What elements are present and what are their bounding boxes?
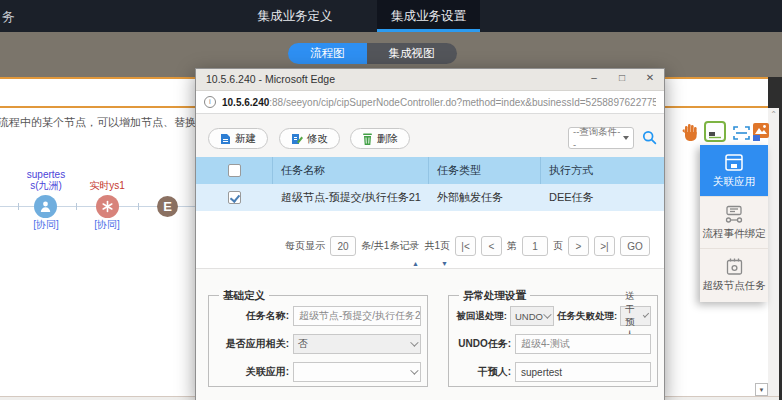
maximize-button[interactable]: □ bbox=[616, 72, 628, 83]
related-app-select[interactable] bbox=[293, 362, 421, 382]
view-toggle: 流程图 集成视图 bbox=[288, 43, 457, 64]
row-checkbox[interactable] bbox=[228, 191, 241, 204]
query-condition-select[interactable]: --查询条件-- bbox=[568, 127, 634, 149]
delete-button-label: 删除 bbox=[377, 132, 398, 146]
related-app-row: 关联应用: bbox=[215, 362, 421, 382]
workflow-node-person[interactable] bbox=[34, 195, 57, 218]
prev-page-button[interactable]: < bbox=[481, 236, 502, 256]
trash-icon bbox=[362, 133, 373, 145]
fit-screen-button[interactable] bbox=[704, 121, 726, 142]
minimize-button[interactable]: – bbox=[588, 72, 600, 83]
workflow-node-end[interactable]: E bbox=[157, 196, 178, 217]
app-related-select[interactable]: 否 bbox=[293, 334, 421, 354]
flow-connector-tick bbox=[18, 203, 19, 210]
fail-handle-label: 任务失败处理: bbox=[557, 310, 617, 323]
query-condition-value: --查询条件-- bbox=[573, 126, 623, 150]
tab-integration-business-definition[interactable]: 集成业务定义 bbox=[240, 0, 350, 32]
export-image-button[interactable] bbox=[752, 122, 770, 145]
pagination-bar: 每页显示 20 条/共1条记录 共1页 |< < 第 1 页 > >| GO bbox=[196, 233, 664, 259]
url-host: 10.5.6.240 bbox=[222, 97, 269, 108]
first-page-button[interactable]: |< bbox=[455, 236, 476, 256]
column-header-task-type[interactable]: 任务类型 bbox=[429, 157, 541, 184]
workflow-node-trigger[interactable] bbox=[96, 195, 119, 218]
node2-label: 实时ys1 bbox=[76, 181, 138, 191]
total-pages-label: 共1页 bbox=[424, 239, 450, 253]
splitter-up-icon[interactable]: ▲ bbox=[412, 260, 419, 268]
top-nav-bar: 务 集成业务定义 集成业务设置 bbox=[0, 0, 782, 32]
popup-toolbar: 新建 修改 删除 --查询条件-- bbox=[196, 114, 664, 157]
clipped-nav-text: 务 bbox=[2, 8, 15, 26]
edge-popup-window: 10.5.6.240 - Microsoft Edge – □ ✕ i 10.5… bbox=[195, 68, 665, 400]
go-button[interactable]: GO bbox=[620, 236, 650, 256]
selection-marquee-button[interactable] bbox=[732, 125, 751, 145]
undo-task-input[interactable]: 超级4-测试 bbox=[515, 334, 651, 354]
flow-connector-tick bbox=[76, 203, 77, 210]
node1-label-line2: s(九洲) bbox=[15, 181, 77, 191]
url-path: :88/seeyon/cip/cipSuperNodeController.do… bbox=[269, 97, 656, 108]
next-page-button[interactable]: > bbox=[568, 236, 589, 256]
column-header-task-name[interactable]: 任务名称 bbox=[273, 157, 429, 184]
detail-form-area: 基础定义 任务名称: 超级节点-预提交/执行任务21 是否应用相关: 否 关联应… bbox=[196, 269, 664, 400]
popup-title-bar[interactable]: 10.5.6.240 - Microsoft Edge – □ ✕ bbox=[196, 69, 664, 91]
fail-handle-select[interactable]: 送干预人 bbox=[620, 306, 651, 326]
image-icon bbox=[752, 122, 770, 141]
new-document-icon bbox=[220, 133, 231, 145]
undo-task-row: UNDO任务: 超级4-测试 bbox=[455, 334, 651, 354]
page-prefix-label: 第 bbox=[507, 239, 517, 253]
pane-splitter[interactable]: ▲ ▼ bbox=[196, 260, 664, 269]
rollback-value: UNDO bbox=[515, 311, 543, 322]
cell-task-type: 外部触发任务 bbox=[429, 190, 541, 205]
scroll-down-button[interactable]: ▼ bbox=[755, 383, 768, 396]
node2-sub-label: [协同] bbox=[76, 220, 138, 230]
flow-diagram-button[interactable]: 流程图 bbox=[288, 43, 367, 64]
rollback-select[interactable]: UNDO bbox=[510, 306, 554, 326]
popup-title: 10.5.6.240 - Microsoft Edge bbox=[206, 73, 335, 85]
rollback-label: 被回退处理: bbox=[455, 310, 507, 323]
node1-label-line1: supertes bbox=[15, 170, 77, 180]
new-button-label: 新建 bbox=[235, 132, 256, 146]
page-number-input[interactable]: 1 bbox=[522, 236, 548, 256]
panel-item-flow-event-binding[interactable]: 流程事件绑定 bbox=[700, 197, 768, 249]
page-suffix-label: 页 bbox=[553, 239, 563, 253]
monitor-icon bbox=[706, 123, 724, 140]
pan-tool-button[interactable] bbox=[682, 123, 699, 146]
new-button[interactable]: 新建 bbox=[208, 128, 268, 149]
task-calendar-icon bbox=[725, 257, 744, 276]
integration-view-button[interactable]: 集成视图 bbox=[367, 43, 457, 64]
tab-integration-business-settings[interactable]: 集成业务设置 bbox=[377, 0, 480, 32]
search-button[interactable] bbox=[642, 130, 657, 149]
delete-button[interactable]: 删除 bbox=[350, 128, 410, 149]
select-all-checkbox[interactable] bbox=[228, 164, 241, 177]
task-name-row: 任务名称: 超级节点-预提交/执行任务21 bbox=[215, 306, 421, 326]
per-page-label: 每页显示 bbox=[285, 239, 325, 253]
site-info-icon[interactable]: i bbox=[204, 96, 216, 108]
splitter-down-icon[interactable]: ▼ bbox=[441, 260, 448, 268]
panel-item-label: 关联应用 bbox=[713, 175, 755, 189]
panel-item-related-application[interactable]: 关联应用 bbox=[700, 145, 768, 197]
address-bar[interactable]: i 10.5.6.240:88/seeyon/cip/cipSuperNodeC… bbox=[196, 91, 664, 114]
flow-event-icon bbox=[723, 205, 745, 224]
last-page-button[interactable]: >| bbox=[594, 236, 615, 256]
table-row[interactable]: 超级节点-预提交/执行任务21 外部触发任务 DEE任务 bbox=[196, 184, 664, 211]
chevron-down-icon bbox=[623, 136, 629, 140]
chevron-down-icon bbox=[642, 311, 649, 318]
edit-icon bbox=[291, 133, 303, 145]
cell-exec-mode: DEE任务 bbox=[541, 190, 664, 205]
handler-label: 干预人: bbox=[455, 365, 511, 379]
close-button[interactable]: ✕ bbox=[644, 72, 656, 83]
task-name-input[interactable]: 超级节点-预提交/执行任务21 bbox=[293, 306, 421, 326]
star-icon bbox=[101, 200, 114, 213]
app-related-value: 否 bbox=[298, 337, 308, 351]
column-header-exec-mode[interactable]: 执行方式 bbox=[541, 163, 664, 178]
panel-item-label: 流程事件绑定 bbox=[703, 227, 766, 241]
handler-input[interactable]: supertest bbox=[515, 362, 651, 382]
task-table-header: 任务名称 任务类型 执行方式 bbox=[196, 157, 664, 184]
window-controls: – □ ✕ bbox=[588, 72, 656, 83]
per-page-input[interactable]: 20 bbox=[330, 236, 356, 256]
canvas-vertical-scrollbar[interactable] bbox=[768, 108, 779, 396]
chevron-down-icon bbox=[410, 366, 418, 374]
scroll-up-arrow[interactable]: ⌃ bbox=[769, 110, 778, 119]
modify-button[interactable]: 修改 bbox=[279, 128, 340, 149]
panel-item-super-node-task[interactable]: 超级节点任务 bbox=[700, 249, 768, 301]
flow-connector-tick bbox=[138, 203, 139, 210]
